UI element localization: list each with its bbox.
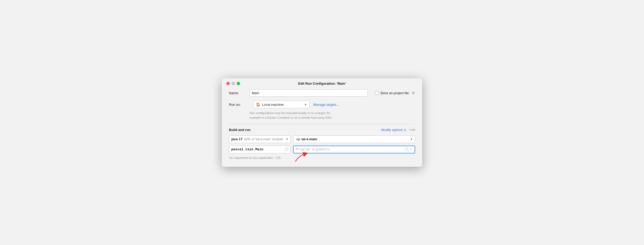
- run-hint-line2: example in a Docker Container or on a re…: [250, 116, 332, 119]
- classpath-value: tai-e.main: [301, 137, 317, 141]
- sdk-dropdown[interactable]: java 17 SDK of 'tai-e.main' module ▼: [229, 135, 291, 143]
- gear-icon[interactable]: ⚙: [412, 91, 415, 95]
- title-bar: Edit Run Configuration: 'Main': [222, 78, 422, 88]
- modify-shortcut: ⌥M: [408, 128, 415, 132]
- manage-targets-link[interactable]: Manage targets...: [313, 103, 339, 107]
- sdk-chevron-icon: ▼: [286, 138, 288, 141]
- run-hint-line1: Run configurations may be executed local…: [250, 111, 330, 115]
- modify-options-link[interactable]: Modify options: [381, 128, 403, 132]
- run-on-label: Run on:: [229, 103, 250, 107]
- edit-run-config-dialog: Edit Run Configuration: 'Main' Name: Sto…: [222, 78, 422, 167]
- program-args-field[interactable]: Program arguments 📄 ⤢: [293, 146, 415, 153]
- section-divider: [229, 124, 415, 124]
- maximize-button[interactable]: [237, 82, 240, 85]
- main-class-browse-icon[interactable]: 📄: [284, 147, 288, 151]
- store-project-container: Store as project file ⚙: [375, 91, 415, 95]
- sdk-java-version: java 17: [231, 137, 242, 141]
- run-on-dropdown[interactable]: 🏠 Local machine ▼: [253, 101, 310, 108]
- classpath-prefix: -cp: [296, 137, 300, 141]
- store-project-label: Store as project file: [380, 91, 409, 95]
- close-button[interactable]: [226, 82, 230, 85]
- name-row: Name: Store as project file ⚙: [229, 89, 415, 97]
- build-run-title: Build and run: [229, 128, 251, 132]
- run-hint: Run configurations may be executed local…: [250, 111, 415, 120]
- modify-options-container: Modify options ∨ ⌥M: [381, 128, 415, 132]
- program-args-browse-icon[interactable]: 📄: [404, 147, 409, 151]
- traffic-lights: [226, 82, 240, 85]
- program-args-placeholder: Program arguments: [296, 147, 403, 151]
- main-class-value: pascal.taie.Main: [231, 147, 283, 151]
- cli-hint-row: CLI arguments to your application. ⌥R: [229, 156, 415, 160]
- main-args-row: pascal.taie.Main 📄 Program arguments 📄 ⤢: [229, 146, 415, 153]
- house-icon: 🏠: [256, 102, 260, 107]
- modify-chevron-icon: ∨: [404, 128, 406, 132]
- name-input[interactable]: [250, 89, 368, 97]
- sdk-row: java 17 SDK of 'tai-e.main' module ▼ -cp…: [229, 135, 415, 143]
- cli-hint-text: CLI arguments to your application. ⌥R: [229, 156, 281, 160]
- main-class-field[interactable]: pascal.taie.Main 📄: [229, 146, 291, 153]
- dialog-title: Edit Run Configuration: 'Main': [298, 82, 346, 85]
- store-project-checkbox[interactable]: [375, 91, 379, 95]
- minimize-button[interactable]: [232, 82, 235, 85]
- red-arrow-indicator: [293, 152, 308, 163]
- run-on-row: Run on: 🏠 Local machine ▼ Manage targets…: [229, 101, 415, 108]
- sdk-hint: SDK of 'tai-e.main' module: [244, 137, 283, 141]
- build-run-header: Build and run Modify options ∨ ⌥M: [229, 128, 415, 132]
- expand-icon[interactable]: ⤢: [410, 148, 412, 151]
- name-label: Name:: [229, 91, 250, 95]
- chevron-down-icon: ▼: [304, 103, 307, 106]
- classpath-dropdown[interactable]: -cp tai-e.main ▼: [293, 135, 415, 143]
- classpath-chevron-icon: ▼: [410, 138, 413, 141]
- run-on-value: Local machine: [262, 103, 302, 107]
- dialog-content: Name: Store as project file ⚙ Run on: 🏠 …: [222, 88, 422, 160]
